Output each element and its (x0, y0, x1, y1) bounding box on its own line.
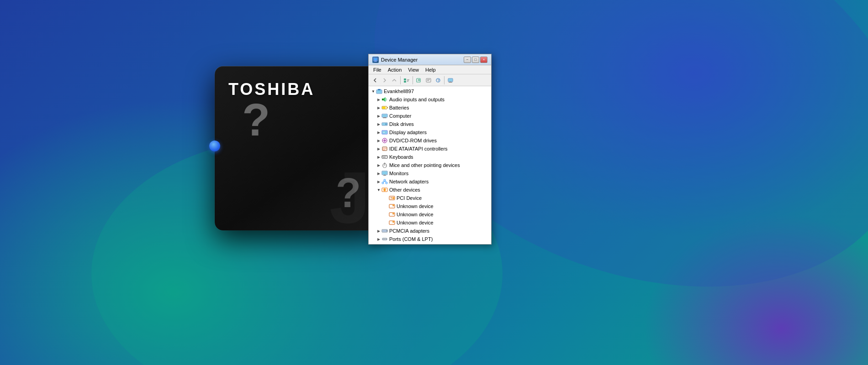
computer-label: Computer (389, 113, 411, 119)
pcmcia-icon (381, 228, 388, 234)
audio-arrow: ▶ (376, 97, 381, 102)
tree-item-audio[interactable]: ▶ Audio inputs and outputs (369, 95, 491, 104)
minimize-button[interactable]: − (464, 57, 471, 63)
tree-item-mice[interactable]: ▶ Mice and other pointing devices (369, 161, 491, 169)
monitors-arrow: ▶ (376, 171, 381, 176)
audio-icon (381, 96, 388, 103)
tree-item-network[interactable]: ▶ Network adapters (369, 177, 491, 186)
svg-point-40 (384, 140, 385, 141)
tree-item-batteries[interactable]: ▶ Batteries (369, 104, 491, 112)
device-manager-window: Device Manager − □ × File Action View He… (368, 54, 492, 245)
ide-arrow: ▶ (376, 146, 381, 151)
tree-item-disk[interactable]: ▶ Disk drives (369, 120, 491, 128)
menu-help[interactable]: Help (423, 67, 439, 73)
keyboards-icon (381, 154, 388, 160)
tree-item-unknown-2[interactable]: ▶ ! Unknown device (369, 210, 491, 219)
other-devices-icon: ! (381, 187, 388, 193)
svg-rect-6 (407, 79, 409, 80)
dvd-icon (381, 137, 388, 144)
svg-point-86 (386, 239, 386, 240)
svg-rect-51 (383, 157, 386, 157)
question-mark-1: ? (242, 94, 270, 146)
computer-icon (381, 113, 388, 119)
svg-rect-8 (407, 81, 408, 82)
tree-item-display[interactable]: ▶ Display adapters (369, 128, 491, 136)
svg-rect-19 (449, 82, 452, 83)
forward-button[interactable] (380, 76, 389, 85)
show-hide-button[interactable] (402, 76, 411, 85)
svg-rect-30 (383, 117, 386, 118)
update-button[interactable] (414, 76, 423, 85)
close-button[interactable]: × (480, 57, 487, 63)
pci-icon: ? ! (389, 195, 395, 201)
monitors-label: Monitors (389, 171, 408, 176)
dvd-label: DVD/CD-ROM drives (389, 138, 437, 143)
svg-rect-22 (378, 89, 381, 90)
tree-item-ports[interactable]: ▶ Ports (COM & LPT) (369, 235, 491, 243)
svg-rect-81 (382, 230, 387, 232)
up-button[interactable] (390, 76, 399, 85)
disk-label: Disk drives (389, 121, 414, 127)
tree-item-other-devices[interactable]: ▼ ! Other devices (369, 186, 491, 194)
root-label: Evankhell897 (384, 89, 414, 94)
ports-label: Ports (COM & LPT) (389, 236, 433, 242)
tree-item-monitors[interactable]: ▶ Monitors (369, 169, 491, 177)
monitors-icon (381, 170, 388, 177)
device-tree: ▼ Evankhell897 ▶ Audio inputs and ou (369, 86, 491, 244)
svg-point-54 (384, 163, 385, 164)
menubar: File Action View Help (369, 65, 491, 74)
toshiba-device: TOSHIBA ? ? J (215, 66, 384, 230)
batteries-label: Batteries (389, 105, 409, 110)
root-arrow: ▼ (370, 89, 376, 94)
computer-toolbar-button[interactable] (446, 76, 455, 85)
help-toolbar-button[interactable]: ? (434, 76, 443, 85)
titlebar-left: Device Manager (372, 57, 418, 63)
menu-file[interactable]: File (370, 67, 384, 73)
display-icon (381, 129, 388, 136)
dvd-arrow: ▶ (376, 138, 381, 143)
network-label: Network adapters (389, 179, 429, 184)
svg-rect-1 (374, 58, 377, 60)
toolbar: ? (369, 74, 491, 86)
svg-rect-13 (427, 80, 429, 81)
unknown1-label: Unknown device (397, 203, 434, 209)
pci-label: PCI Device (397, 195, 422, 201)
svg-rect-21 (377, 90, 381, 93)
menu-view[interactable]: View (405, 67, 422, 73)
tree-item-dvd[interactable]: ▶ DVD/CD-ROM drives (369, 136, 491, 145)
tree-item-keyboards[interactable]: ▶ Keyboards (369, 153, 491, 161)
menu-action[interactable]: Action (385, 67, 405, 73)
svg-point-60 (382, 182, 384, 184)
svg-rect-50 (386, 156, 386, 156)
svg-rect-27 (387, 107, 388, 108)
ports-arrow: ▶ (376, 236, 381, 242)
watermark: J (329, 156, 370, 230)
svg-text:!: ! (393, 197, 394, 200)
tree-item-pci[interactable]: ▶ ? ! PCI Device (369, 194, 491, 202)
keyboards-label: Keyboards (389, 154, 413, 160)
svg-rect-31 (383, 118, 386, 118)
display-label: Display adapters (389, 130, 427, 135)
tree-item-pcmcia[interactable]: ▶ PCMCIA adapters (369, 227, 491, 235)
display-arrow: ▶ (376, 130, 381, 135)
properties-button[interactable] (424, 76, 433, 85)
svg-rect-7 (407, 80, 409, 81)
tree-root[interactable]: ▼ Evankhell897 (369, 87, 491, 95)
audio-label: Audio inputs and outputs (389, 97, 445, 102)
svg-point-59 (384, 179, 386, 181)
disk-arrow: ▶ (376, 121, 381, 127)
svg-rect-48 (384, 156, 385, 156)
tree-item-unknown-3[interactable]: ▶ ! Unknown device (369, 219, 491, 227)
window-controls[interactable]: − □ × (464, 57, 487, 63)
mice-icon (381, 162, 388, 168)
tree-item-ide[interactable]: ▶ IDE ATA/ATAPI controllers (369, 145, 491, 153)
tree-item-unknown-1[interactable]: ▶ ! Unknown device (369, 202, 491, 210)
svg-text:!: ! (393, 213, 394, 215)
maximize-button[interactable]: □ (472, 57, 479, 63)
tree-item-computer[interactable]: ▶ Computer (369, 112, 491, 120)
back-button[interactable] (370, 76, 380, 85)
toolbar-separator-3 (444, 76, 445, 84)
batteries-arrow: ▶ (376, 105, 381, 110)
disk-icon (381, 121, 388, 127)
toolbar-separator-1 (400, 76, 401, 84)
